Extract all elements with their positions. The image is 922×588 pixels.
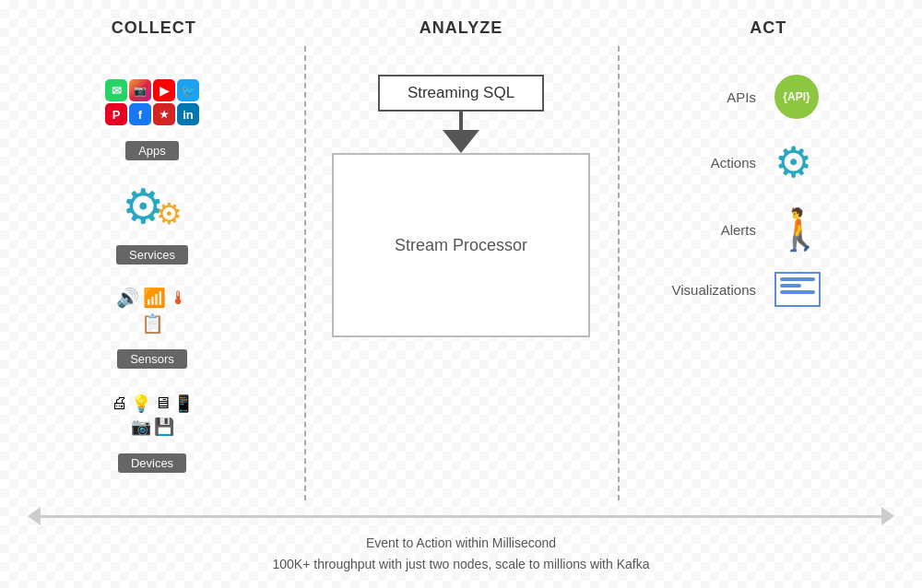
viz-line-1 (780, 277, 815, 281)
arrow-left-head (28, 507, 41, 525)
act-column: APIs {API} Actions ⚙ Alerts 🚶 Visualizat… (618, 47, 922, 517)
bottom-section: Event to Action within Millisecond 100K+… (0, 507, 922, 574)
devices-label: Devices (118, 453, 186, 473)
act-header: ACT (676, 18, 860, 38)
speaker-icon: 🔊 (116, 287, 139, 309)
list-icon: 📋 (141, 312, 164, 335)
wifi-icon: 📶 (143, 287, 166, 309)
services-icon-box: ⚙ ⚙ (101, 170, 203, 243)
alerts-label: Alerts (655, 222, 756, 238)
api-badge-text: {API} (783, 90, 810, 103)
viz-line-2 (780, 284, 801, 288)
footer-line1: Event to Action within Millisecond (0, 533, 922, 553)
printer-icon: 🖨 (112, 394, 128, 413)
arrow-body (41, 515, 881, 518)
apps-icon-box: ✉ 📷 ▶ 🐦 P f ★ in (101, 65, 203, 139)
footer-line2: 100K+ throughput with just two nodes, sc… (0, 554, 922, 574)
bottom-arrow (0, 507, 922, 525)
chip-icon: 💾 (154, 417, 174, 437)
sensors-label: Sensors (117, 349, 187, 369)
collect-header: COLLECT (62, 18, 246, 38)
arrow-down-icon (443, 130, 479, 153)
tablet-icon: 📱 (173, 394, 194, 414)
stream-processor-box: Stream Processor (332, 153, 590, 337)
left-divider (304, 46, 306, 500)
sensors-item: 🔊 📶 🌡 📋 Sensors (88, 274, 217, 369)
collect-column: ✉ 📷 ▶ 🐦 P f ★ in Apps ⚙ (0, 47, 304, 517)
actions-item: Actions ⚙ (655, 137, 812, 187)
streaming-sql-box: Streaming SQL (378, 75, 544, 112)
services-item: ⚙ ⚙ Services (88, 170, 217, 265)
analyze-column: Streaming SQL Stream Processor (304, 47, 618, 517)
viz-line-3 (780, 290, 815, 294)
sensors-icons: 🔊 📶 🌡 📋 (106, 287, 198, 335)
devices-icons: 🖨 💡 🖥 📱 📷 💾 (106, 394, 198, 437)
visualizations-item: Visualizations (655, 272, 821, 307)
stream-processor-label: Stream Processor (395, 236, 527, 255)
apis-label: APIs (655, 89, 756, 105)
apis-item: APIs {API} (655, 75, 819, 119)
devices-icon-box: 🖨 💡 🖥 📱 📷 💾 (101, 378, 203, 452)
instagram-icon: 📷 (129, 79, 151, 101)
camera-icon: 📷 (131, 417, 151, 437)
twitter-icon: 🐦 (177, 79, 199, 101)
sensors-icon-box: 🔊 📶 🌡 📋 (101, 274, 203, 347)
actions-gear-icon: ⚙ (774, 137, 812, 187)
thermometer-icon: 🌡 (170, 288, 188, 309)
monitor-icon: 🖥 (154, 394, 171, 413)
streaming-sql-label: Streaming SQL (408, 84, 514, 101)
devices-item: 🖨 💡 🖥 📱 📷 💾 Devices (88, 378, 217, 473)
services-label: Services (116, 245, 188, 265)
services-icons: ⚙ ⚙ (122, 179, 183, 234)
app-icons-grid: ✉ 📷 ▶ 🐦 P f ★ in (105, 79, 199, 125)
yelp-icon: ★ (153, 103, 175, 125)
arrow-right-head (881, 507, 894, 525)
analyze-header: ANALYZE (369, 18, 553, 38)
visualizations-icon (774, 272, 821, 307)
actions-label: Actions (655, 155, 756, 171)
api-badge: {API} (774, 75, 819, 119)
facebook-icon: f (129, 103, 151, 125)
pinterest-icon: P (105, 103, 127, 125)
apps-label: Apps (125, 141, 179, 160)
gear-small-icon: ⚙ (156, 196, 183, 231)
alerts-person-icon: 🚶 (774, 206, 825, 253)
linkedin-icon: in (177, 103, 199, 125)
right-divider (618, 46, 620, 500)
whatsapp-icon: ✉ (105, 79, 127, 101)
apps-item: ✉ 📷 ▶ 🐦 P f ★ in Apps (88, 65, 217, 160)
footer-text: Event to Action within Millisecond 100K+… (0, 533, 922, 574)
bulb-icon: 💡 (131, 394, 151, 414)
arrow-stem (459, 112, 463, 130)
youtube-icon: ▶ (153, 79, 175, 101)
visualizations-label: Visualizations (655, 282, 756, 298)
alerts-item: Alerts 🚶 (655, 206, 825, 253)
